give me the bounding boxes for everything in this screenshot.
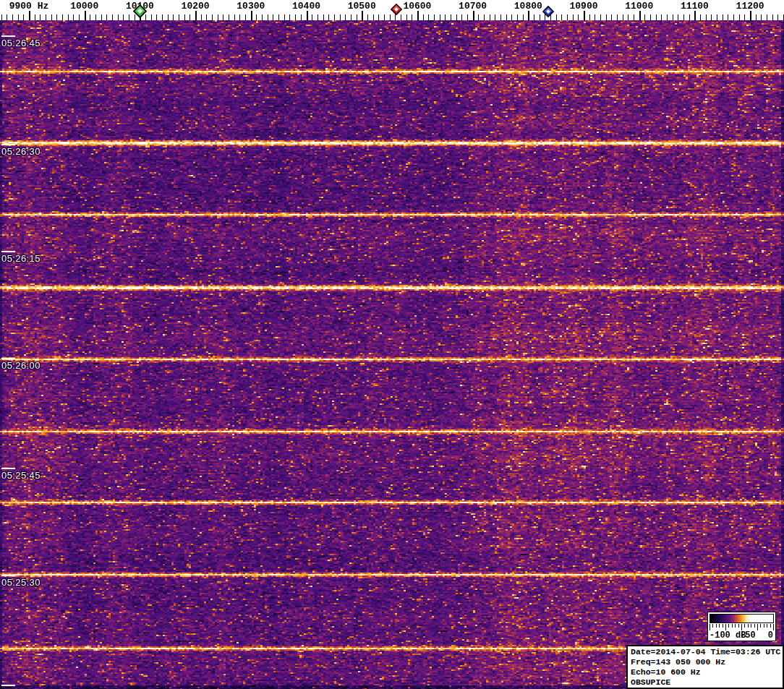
freq-tick-label: 11000 [625,1,653,12]
info-line-echo: Echo=10 600 Hz [631,667,783,677]
freq-tick-label: 10500 [348,1,376,12]
time-tick [1,144,15,145]
info-line-date: Date=2014-07-04 Time=03:26 UTC [631,647,783,657]
freq-tick-label: 10000 [70,1,98,12]
diamond-icon [542,6,554,17]
spectrogram-app: 9900 Hz100001010010200103001040010500106… [0,0,784,689]
legend-label-mid: -50 [740,630,756,641]
time-label: 05:26:15 [1,253,41,264]
freq-tick-label: 10700 [459,1,487,12]
info-line-freq: Freq=143 050 000 Hz [631,657,783,667]
time-tick [1,358,15,359]
freq-tick-label: 10800 [514,1,542,12]
marker-blue[interactable] [542,6,554,17]
freq-tick-label: 10400 [292,1,320,12]
marker-green[interactable] [133,4,147,18]
time-tick [1,685,15,686]
diamond-icon [391,4,402,15]
frequency-ruler: 9900 Hz100001010010200103001040010500106… [0,0,784,20]
info-box: Date=2014-07-04 Time=03:26 UTC Freq=143 … [626,645,784,689]
freq-tick-label: 9900 Hz [9,1,49,12]
freq-tick-label: 10600 [403,1,431,12]
info-line-station: OBSUPICE [631,677,783,688]
freq-tick-label: 10300 [237,1,265,12]
time-tick [1,468,15,469]
time-tick [1,251,15,252]
diamond-icon [133,4,147,18]
freq-tick-label: 10900 [569,1,597,12]
time-label: 05:25:45 [1,470,41,481]
legend-label-max: 0 [768,630,773,641]
freq-tick-label: 10200 [182,1,210,12]
time-label: 05:26:30 [1,146,41,157]
time-tick [1,575,15,576]
legend-gradient [710,614,774,623]
time-label: 05:26:45 [1,38,41,48]
freq-tick-label: 11100 [681,1,709,12]
waterfall-canvas [0,20,784,689]
time-tick [1,35,15,37]
freq-tick-label: 11200 [736,1,764,12]
time-label: 05:26:00 [1,360,41,371]
marker-red[interactable] [391,4,402,15]
intensity-legend: -100 dB -50 0 [707,612,776,641]
time-label: 05:25:30 [1,577,41,588]
